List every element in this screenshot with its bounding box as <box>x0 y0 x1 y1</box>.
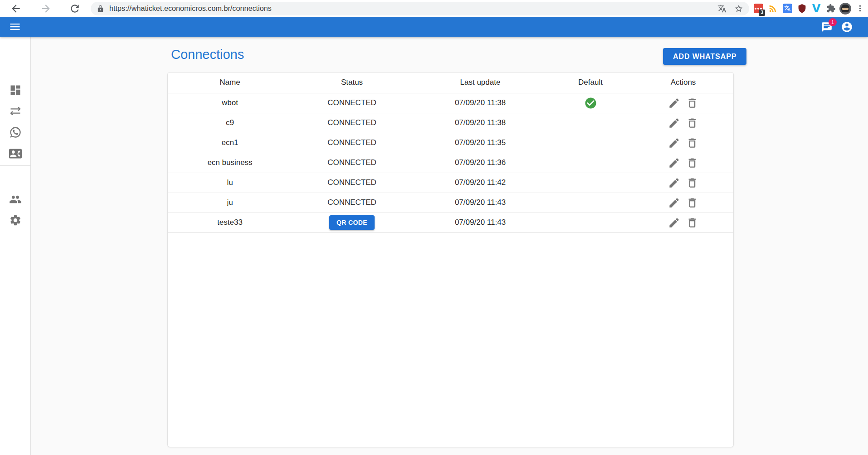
sync-alt-icon <box>9 105 22 117</box>
sidebar-item-users[interactable] <box>9 193 22 206</box>
profile-avatar-icon[interactable] <box>838 1 853 16</box>
connection-name: lu <box>227 178 233 187</box>
extensions-row: 3 V <box>751 0 867 17</box>
last-update: 07/09/20 11:38 <box>455 118 506 127</box>
sidebar-item-contacts[interactable] <box>9 147 22 160</box>
status-text: CONNECTED <box>327 138 376 147</box>
delete-button[interactable] <box>685 216 699 229</box>
v-extension-icon[interactable]: V <box>809 1 824 16</box>
table-row: ecn business CONNECTED 07/09/20 11:36 <box>168 153 734 173</box>
rss-extension-icon[interactable] <box>766 1 780 16</box>
delete-icon <box>686 97 698 109</box>
delete-button[interactable] <box>685 176 699 189</box>
forward-icon[interactable] <box>40 3 52 15</box>
status-text: CONNECTED <box>327 198 376 207</box>
header-actions: Actions <box>632 73 734 93</box>
table-row: teste33 QR CODE 07/09/20 11:43 <box>168 213 734 232</box>
dashboard-icon <box>9 84 22 97</box>
add-whatsapp-button[interactable]: ADD WHATSAPP <box>663 48 746 65</box>
header-last-update: Last update <box>412 73 549 93</box>
browser-toolbar: https://whaticket.economicros.com.br/con… <box>0 0 868 17</box>
red-extension-icon[interactable]: 3 <box>751 1 766 16</box>
status-text: CONNECTED <box>327 158 376 167</box>
sidebar-item-connections[interactable] <box>9 105 22 117</box>
sidebar <box>0 37 31 455</box>
settings-icon <box>9 214 22 227</box>
default-check-icon <box>549 97 632 110</box>
last-update: 07/09/20 11:43 <box>455 218 506 227</box>
delete-icon <box>686 197 698 209</box>
last-update: 07/09/20 11:43 <box>455 198 506 207</box>
table-row: wbot CONNECTED 07/09/20 11:38 <box>168 93 734 113</box>
table-row: lu CONNECTED 07/09/20 11:42 <box>168 173 734 193</box>
connections-table: Name Status Last update Default Actions … <box>168 73 734 233</box>
sidebar-item-settings[interactable] <box>9 214 22 227</box>
edit-icon <box>668 97 680 109</box>
status-text: CONNECTED <box>327 118 376 127</box>
edit-button[interactable] <box>667 216 681 229</box>
delete-icon <box>686 217 698 229</box>
translate-extension-icon[interactable] <box>780 1 795 16</box>
extension-badge: 3 <box>759 10 765 16</box>
connection-name: wbot <box>222 98 238 107</box>
sidebar-divider <box>0 165 31 166</box>
table-row: ju CONNECTED 07/09/20 11:43 <box>168 193 734 213</box>
edit-icon <box>668 117 680 129</box>
delete-icon <box>686 157 698 169</box>
qr-code-button[interactable]: QR CODE <box>329 215 375 230</box>
table-header-row: Name Status Last update Default Actions <box>168 73 734 93</box>
ublock-shield-icon[interactable] <box>795 1 809 16</box>
menu-icon[interactable] <box>9 20 21 33</box>
connections-card: Name Status Last update Default Actions … <box>167 72 734 447</box>
status-text: CONNECTED <box>327 178 376 187</box>
edit-button[interactable] <box>667 156 681 169</box>
page-title: Connections <box>171 47 244 62</box>
edit-button[interactable] <box>667 96 681 110</box>
edit-button[interactable] <box>667 196 681 209</box>
edit-button[interactable] <box>667 136 681 150</box>
sidebar-item-tickets[interactable] <box>9 126 22 139</box>
people-icon <box>9 193 22 206</box>
header-status: Status <box>292 73 412 93</box>
delete-button[interactable] <box>685 136 699 150</box>
delete-button[interactable] <box>685 196 699 209</box>
last-update: 07/09/20 11:36 <box>455 158 506 167</box>
delete-icon <box>686 177 698 189</box>
lock-icon[interactable] <box>97 5 104 13</box>
browser-menu-icon[interactable] <box>853 1 867 16</box>
status-text: CONNECTED <box>327 98 376 107</box>
edit-button[interactable] <box>667 176 681 189</box>
address-bar[interactable]: https://whaticket.economicros.com.br/con… <box>91 2 749 15</box>
url-text: https://whaticket.economicros.com.br/con… <box>109 5 272 13</box>
header-default: Default <box>549 73 632 93</box>
header-name: Name <box>168 73 292 93</box>
edit-icon <box>668 137 680 149</box>
edit-icon <box>668 177 680 189</box>
table-row: c9 CONNECTED 07/09/20 11:38 <box>168 113 734 133</box>
app-bar: 1 <box>0 17 868 37</box>
delete-icon <box>686 137 698 149</box>
notification-badge: 1 <box>829 18 837 26</box>
back-icon[interactable] <box>10 3 22 15</box>
reload-icon[interactable] <box>69 3 81 15</box>
delete-button[interactable] <box>685 116 699 130</box>
contact-phone-icon <box>9 147 22 160</box>
connection-name: ecn1 <box>222 138 239 147</box>
account-circle-icon[interactable] <box>841 21 853 33</box>
last-update: 07/09/20 11:38 <box>455 98 506 107</box>
translate-icon[interactable] <box>717 4 727 13</box>
table-row: ecn1 CONNECTED 07/09/20 11:35 <box>168 133 734 153</box>
edit-icon <box>668 217 680 229</box>
delete-icon <box>686 117 698 129</box>
edit-button[interactable] <box>667 116 681 130</box>
bookmark-star-icon[interactable] <box>734 4 743 13</box>
last-update: 07/09/20 11:35 <box>455 138 506 147</box>
connection-name: ju <box>227 198 233 207</box>
delete-button[interactable] <box>685 96 699 110</box>
whatsapp-icon <box>9 126 22 139</box>
sidebar-item-dashboard[interactable] <box>9 84 22 97</box>
delete-button[interactable] <box>685 156 699 169</box>
last-update: 07/09/20 11:42 <box>455 178 506 187</box>
connection-name: c9 <box>226 118 234 127</box>
puzzle-extensions-icon[interactable] <box>824 1 838 16</box>
